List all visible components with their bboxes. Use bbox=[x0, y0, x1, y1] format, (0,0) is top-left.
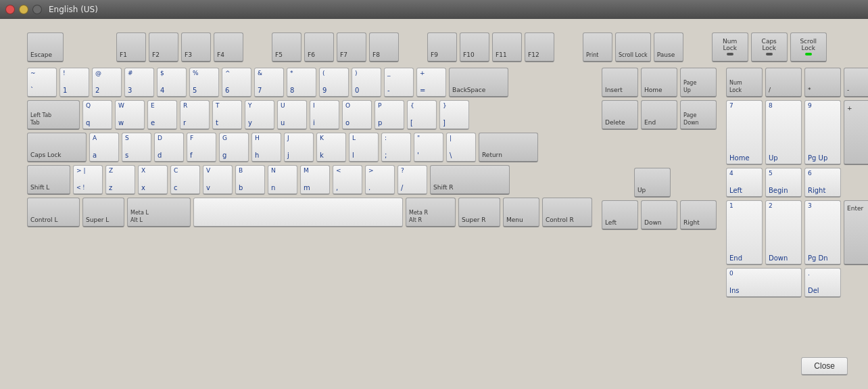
key-slash[interactable]: ? / bbox=[397, 165, 427, 195]
key-comma[interactable]: < , bbox=[333, 165, 362, 195]
key-7[interactable]: & 7 bbox=[254, 68, 284, 97]
key-v[interactable]: V v bbox=[203, 165, 233, 195]
key-shift-right[interactable]: Shift R bbox=[430, 165, 510, 195]
key-num-5[interactable]: 5 Begin bbox=[765, 168, 802, 198]
key-n[interactable]: N n bbox=[268, 165, 297, 195]
key-num-decimal[interactable]: . Del bbox=[804, 268, 841, 298]
key-alt-left[interactable]: Meta LAlt L bbox=[127, 198, 191, 227]
key-escape[interactable]: Escape bbox=[27, 32, 64, 62]
key-b[interactable]: B b bbox=[235, 165, 265, 195]
key-extra[interactable]: > | < ! bbox=[73, 165, 103, 195]
key-control-left[interactable]: Control L bbox=[27, 198, 80, 227]
key-num-enter[interactable]: Enter bbox=[844, 200, 868, 265]
key-menu[interactable]: Menu bbox=[503, 198, 539, 227]
key-l[interactable]: L l bbox=[349, 133, 379, 162]
key-o[interactable]: O o bbox=[342, 100, 372, 130]
key-minus[interactable]: _ - bbox=[384, 68, 414, 97]
key-f2[interactable]: F2 bbox=[149, 32, 178, 62]
key-end[interactable]: End bbox=[641, 100, 677, 130]
key-d[interactable]: D d bbox=[154, 133, 184, 162]
key-9[interactable]: ( 9 bbox=[319, 68, 349, 97]
maximize-btn[interactable] bbox=[32, 5, 42, 14]
key-f3[interactable]: F3 bbox=[181, 32, 211, 62]
key-scroll-lock[interactable]: Scroll Lock bbox=[615, 32, 651, 62]
key-return[interactable]: Return bbox=[479, 133, 538, 162]
key-j[interactable]: J j bbox=[284, 133, 314, 162]
key-h[interactable]: H h bbox=[251, 133, 281, 162]
key-num-lock[interactable]: NumLock bbox=[726, 68, 763, 97]
key-u[interactable]: U u bbox=[277, 100, 307, 130]
key-close-bracket[interactable]: } ] bbox=[439, 100, 469, 130]
key-f12[interactable]: F12 bbox=[525, 32, 554, 62]
key-page-down[interactable]: PageDown bbox=[680, 100, 717, 130]
key-num-2[interactable]: 2 Down bbox=[765, 200, 802, 265]
key-alt-right[interactable]: Meta RAlt R bbox=[406, 198, 456, 227]
key-8[interactable]: * 8 bbox=[287, 68, 316, 97]
key-g[interactable]: G g bbox=[219, 133, 249, 162]
key-home[interactable]: Home bbox=[641, 68, 677, 97]
key-num-6[interactable]: 6 Right bbox=[804, 168, 841, 198]
key-num-8[interactable]: 8 Up bbox=[765, 100, 802, 165]
key-num-plus[interactable]: + bbox=[844, 100, 868, 165]
key-i[interactable]: I i bbox=[310, 100, 339, 130]
key-num-minus[interactable]: - bbox=[844, 68, 868, 97]
key-w[interactable]: W w bbox=[115, 100, 145, 130]
key-pause[interactable]: Pause bbox=[654, 32, 683, 62]
key-x[interactable]: X x bbox=[138, 165, 168, 195]
key-f10[interactable]: F10 bbox=[460, 32, 489, 62]
key-backslash[interactable]: | \ bbox=[446, 133, 476, 162]
key-num-asterisk[interactable]: * bbox=[804, 68, 841, 97]
key-a[interactable]: A a bbox=[89, 133, 119, 162]
key-delete[interactable]: Delete bbox=[602, 100, 638, 130]
key-shift-left[interactable]: Shift L bbox=[27, 165, 70, 195]
key-f11[interactable]: F11 bbox=[492, 32, 522, 62]
key-f[interactable]: F f bbox=[187, 133, 216, 162]
key-m[interactable]: M m bbox=[300, 165, 330, 195]
key-equals[interactable]: + = bbox=[416, 68, 446, 97]
close-window-btn[interactable] bbox=[5, 5, 15, 14]
key-num-9[interactable]: 9 Pg Up bbox=[804, 100, 841, 165]
close-button[interactable]: Close bbox=[801, 357, 848, 375]
key-super-right[interactable]: Super R bbox=[458, 198, 500, 227]
key-4[interactable]: $ 4 bbox=[157, 68, 187, 97]
key-quote[interactable]: " ' bbox=[414, 133, 443, 162]
key-s[interactable]: S s bbox=[122, 133, 151, 162]
key-k[interactable]: K k bbox=[316, 133, 346, 162]
key-f1[interactable]: F1 bbox=[116, 32, 146, 62]
key-e[interactable]: E e bbox=[147, 100, 177, 130]
key-caps-lock[interactable]: Caps Lock bbox=[27, 133, 87, 162]
key-f8[interactable]: F8 bbox=[369, 32, 399, 62]
key-f6[interactable]: F6 bbox=[304, 32, 334, 62]
key-num-0[interactable]: 0 Ins bbox=[726, 268, 802, 298]
key-semicolon[interactable]: : ; bbox=[381, 133, 411, 162]
key-q[interactable]: Q q bbox=[82, 100, 112, 130]
key-num-slash[interactable]: / bbox=[765, 68, 802, 97]
key-down[interactable]: Down bbox=[641, 200, 677, 230]
key-up[interactable]: Up bbox=[634, 168, 671, 198]
key-z[interactable]: Z z bbox=[105, 165, 135, 195]
key-print[interactable]: Print bbox=[583, 32, 612, 62]
key-1[interactable]: ! 1 bbox=[59, 68, 89, 97]
key-backtick[interactable]: ~ ` bbox=[27, 68, 57, 97]
key-open-bracket[interactable]: { [ bbox=[407, 100, 437, 130]
key-super-left[interactable]: Super L bbox=[82, 198, 124, 227]
key-num-7[interactable]: 7 Home bbox=[726, 100, 763, 165]
key-0[interactable]: ) 0 bbox=[352, 68, 381, 97]
key-6[interactable]: ^ 6 bbox=[222, 68, 251, 97]
key-backspace[interactable]: BackSpace bbox=[449, 68, 508, 97]
key-3[interactable]: # 3 bbox=[124, 68, 154, 97]
key-y[interactable]: Y y bbox=[245, 100, 274, 130]
key-t[interactable]: T t bbox=[212, 100, 242, 130]
key-num-1[interactable]: 1 End bbox=[726, 200, 763, 265]
key-r[interactable]: R r bbox=[180, 100, 210, 130]
key-tab[interactable]: Left TabTab bbox=[27, 100, 80, 130]
key-right[interactable]: Right bbox=[680, 200, 717, 230]
minimize-btn[interactable] bbox=[19, 5, 28, 14]
key-5[interactable]: % 5 bbox=[189, 68, 219, 97]
key-c[interactable]: C c bbox=[170, 165, 200, 195]
key-f7[interactable]: F7 bbox=[337, 32, 366, 62]
key-num-3[interactable]: 3 Pg Dn bbox=[804, 200, 841, 265]
key-f5[interactable]: F5 bbox=[272, 32, 302, 62]
key-page-up[interactable]: PageUp bbox=[680, 68, 717, 97]
key-f4[interactable]: F4 bbox=[214, 32, 243, 62]
